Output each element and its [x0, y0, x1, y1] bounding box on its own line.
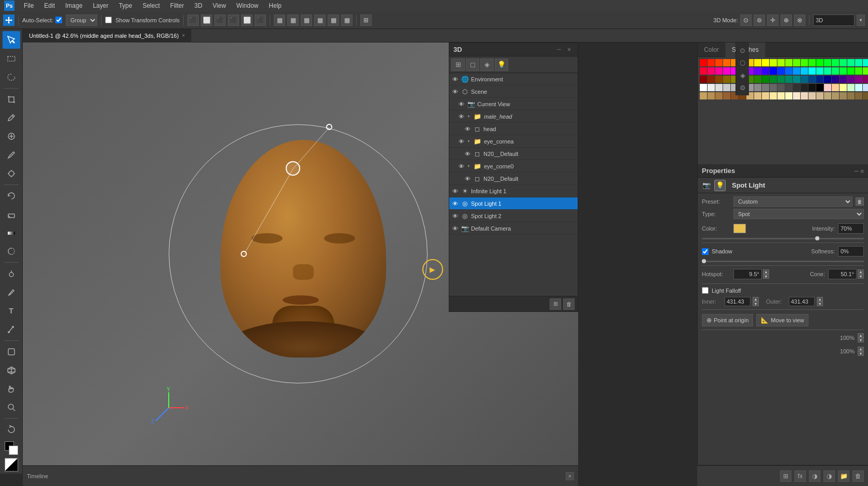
layer-style-btn[interactable]: fx — [795, 470, 806, 482]
swatch-cell[interactable] — [840, 84, 847, 91]
active-tab[interactable]: Untitled-1 @ 42.6% (middle aged male hea… — [23, 29, 192, 42]
percent-1-down[interactable]: ▼ — [858, 338, 864, 342]
swatch-cell[interactable] — [785, 92, 792, 99]
delete-item-btn[interactable]: 🗑 — [563, 298, 575, 310]
swatch-cell[interactable] — [785, 59, 792, 66]
percent-1-up[interactable]: ▲ — [858, 333, 864, 338]
rotate-view-tool[interactable] — [3, 421, 20, 438]
3d-filter-material-btn[interactable]: ◈ — [480, 59, 494, 71]
preset-delete-btn[interactable]: 🗑 — [856, 197, 864, 206]
outer-up[interactable]: ▲ — [817, 297, 823, 302]
inner-stepper[interactable]: ▲ ▼ — [753, 297, 759, 306]
visibility-n20-1[interactable]: 👁 — [464, 150, 471, 158]
hand-tool[interactable] — [3, 380, 20, 397]
pen-tool[interactable] — [3, 283, 20, 301]
3d-panel-menu-btn[interactable]: ≡ — [565, 46, 573, 54]
swatch-cell[interactable] — [708, 84, 715, 91]
hotspot-stepper[interactable]: ▲ ▼ — [763, 269, 769, 279]
type-select[interactable]: Spot Infinite Point Image Based — [733, 209, 864, 219]
menu-image[interactable]: Image — [61, 1, 86, 10]
swatch-cell[interactable] — [700, 67, 707, 75]
swatch-cell[interactable] — [824, 67, 831, 75]
list-item-spot-light-2[interactable]: 👁 ◎ Spot Light 2 — [449, 210, 578, 222]
cone-down[interactable]: ▼ — [858, 274, 864, 279]
intensity-slider-thumb[interactable] — [815, 236, 819, 240]
nav-material-btn[interactable]: ◈ — [737, 69, 748, 81]
color-selector[interactable] — [5, 441, 18, 455]
visibility-male-head[interactable]: 👁 — [458, 113, 465, 120]
swatch-cell[interactable] — [793, 76, 800, 83]
swatch-cell[interactable] — [777, 67, 785, 75]
distribute-center-h-btn[interactable]: ▦ — [287, 15, 299, 26]
swatch-cell[interactable] — [855, 67, 862, 75]
menu-type[interactable]: Type — [114, 1, 136, 10]
swatch-cell[interactable] — [816, 76, 823, 83]
swatch-cell[interactable] — [723, 59, 730, 66]
list-item-n20-2[interactable]: 👁 ◻ N20__Default — [449, 173, 578, 185]
move-to-view-btn[interactable]: 📐 Move to view — [756, 314, 808, 326]
hotspot-down[interactable]: ▼ — [763, 274, 769, 279]
swatch-cell[interactable] — [863, 92, 868, 99]
visibility-spot-light-2[interactable]: 👁 — [451, 212, 459, 220]
auto-select-dropdown[interactable]: Group Layer — [66, 15, 97, 26]
swatch-cell[interactable] — [832, 59, 839, 66]
swatch-cell[interactable] — [777, 59, 785, 66]
swatch-cell[interactable] — [808, 67, 816, 75]
light-color-swatch[interactable] — [733, 224, 746, 233]
swatch-cell[interactable] — [824, 76, 831, 83]
swatch-cell[interactable] — [808, 84, 816, 91]
history-brush-tool[interactable] — [3, 187, 20, 205]
menu-edit[interactable]: Edit — [40, 1, 59, 10]
align-center-h-btn[interactable]: ⬜ — [201, 15, 212, 26]
swatch-cell[interactable] — [723, 92, 730, 99]
menu-select[interactable]: Select — [138, 1, 164, 10]
swatch-cell[interactable] — [855, 92, 862, 99]
menu-help[interactable]: Help — [264, 1, 286, 10]
swatch-cell[interactable] — [723, 84, 730, 91]
swatch-cell[interactable] — [847, 76, 855, 83]
percent-1-stepper[interactable]: ▲ ▼ — [858, 333, 864, 342]
swatch-cell[interactable] — [715, 76, 723, 83]
layer-add-btn[interactable]: ⊞ — [780, 470, 791, 482]
swatch-cell[interactable] — [723, 76, 730, 83]
distribute-right-btn[interactable]: ▦ — [301, 15, 312, 26]
swatch-cell[interactable] — [754, 84, 761, 91]
auto-select-checkbox[interactable] — [55, 17, 62, 23]
3d-panel-collapse-btn[interactable]: ─ — [555, 46, 563, 54]
cone-stepper[interactable]: ▲ ▼ — [858, 269, 864, 279]
swatch-cell[interactable] — [855, 59, 862, 66]
swatch-cell[interactable] — [708, 59, 715, 66]
swatch-cell[interactable] — [762, 84, 769, 91]
hotspot-up[interactable]: ▲ — [763, 269, 769, 274]
swatch-cell[interactable] — [762, 67, 769, 75]
swatch-cell[interactable] — [700, 59, 707, 66]
inner-up[interactable]: ▲ — [753, 297, 759, 302]
outer-stepper[interactable]: ▲ ▼ — [817, 297, 823, 306]
align-top-btn[interactable]: ⬛ — [228, 15, 239, 26]
text-tool[interactable]: T — [3, 302, 20, 320]
list-item-head[interactable]: 👁 ◻ head — [449, 123, 578, 135]
visibility-spot-light-1[interactable]: 👁 — [451, 200, 459, 207]
swatch-cell[interactable] — [708, 76, 715, 83]
play-indicator-btn[interactable]: ▶ — [422, 259, 443, 280]
swatch-cell[interactable] — [847, 84, 855, 91]
swatch-cell[interactable] — [793, 59, 800, 66]
visibility-eye-cornea[interactable]: 👁 — [458, 138, 465, 145]
light-falloff-checkbox[interactable] — [702, 287, 709, 294]
3d-tool[interactable] — [3, 362, 20, 379]
softness-input[interactable]: 0% — [838, 246, 864, 256]
swatch-cell[interactable] — [700, 84, 707, 91]
preset-select[interactable]: Custom Default Warm Spot — [733, 196, 852, 207]
hotspot-input[interactable]: 9.5° — [733, 269, 762, 279]
swatch-cell[interactable] — [754, 92, 761, 99]
tab-close-btn[interactable]: × — [182, 33, 185, 38]
swatch-cell[interactable] — [808, 76, 816, 83]
list-item-default-camera[interactable]: 👁 📷 Default Camera — [449, 222, 578, 235]
visibility-environment[interactable]: 👁 — [451, 76, 459, 83]
swatch-cell[interactable] — [840, 67, 847, 75]
rect-marquee-tool[interactable] — [3, 50, 20, 67]
list-item-environment[interactable]: 👁 🌐 Environment — [449, 73, 578, 85]
menu-3d[interactable]: 3D — [190, 1, 206, 10]
swatch-cell[interactable] — [762, 92, 769, 99]
swatch-cell[interactable] — [785, 84, 792, 91]
